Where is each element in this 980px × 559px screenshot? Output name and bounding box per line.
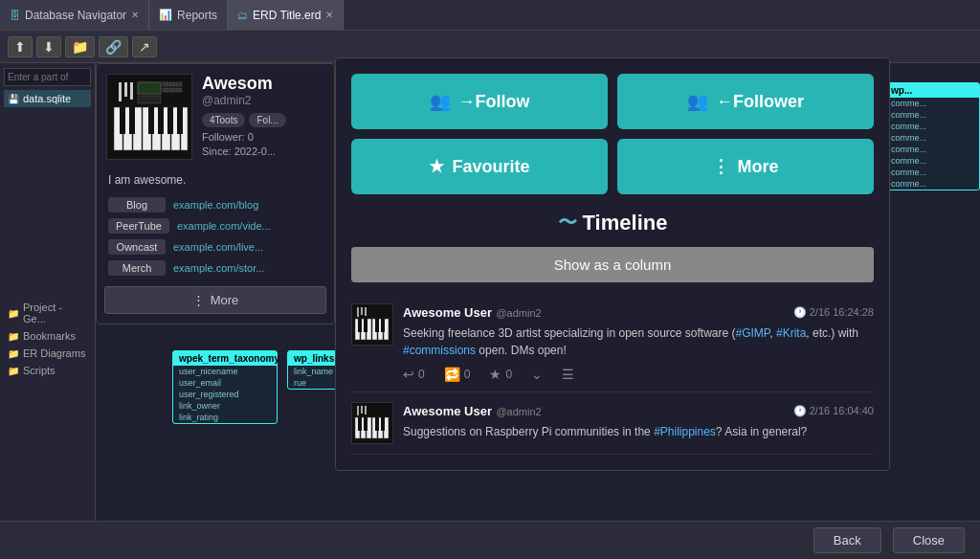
tweet-link-commissions[interactable]: #commissions: [403, 344, 476, 357]
tweet-actions-1: ↩ 0 🔁 0 ★ 0 ⌄ ☰: [403, 367, 874, 382]
tweet-item-2: Awesome User @admin2 🕐 2/16 16:04:40 Sug…: [351, 392, 874, 455]
tab-erd[interactable]: 🗂 ERD Title.erd ✕: [228, 0, 344, 30]
sidebar-item-project[interactable]: 📁 Project - Ge...: [4, 299, 91, 327]
svg-rect-38: [361, 307, 363, 315]
tweet-menu-action-1[interactable]: ☰: [562, 367, 574, 382]
tab-database-navigator[interactable]: 🗄 Database Navigator ✕: [0, 0, 149, 30]
show-column-button[interactable]: Show as a column: [351, 247, 874, 282]
svg-rect-3: [130, 82, 133, 100]
erd-table-row: comme...: [885, 109, 979, 121]
retweet-icon-1: 🔁: [444, 367, 460, 382]
svg-rect-7: [169, 82, 175, 86]
svg-rect-36: [381, 319, 385, 332]
tab-close-3[interactable]: ✕: [325, 10, 333, 20]
show-column-label: Show as a column: [554, 257, 672, 273]
star-icon: ★: [429, 156, 444, 177]
reply-count-1: 0: [418, 368, 425, 381]
toolbar-export-btn[interactable]: ↗: [132, 36, 157, 57]
avatar: [106, 74, 192, 160]
menu-icon-1: ☰: [562, 367, 574, 382]
reply-icon-1: ↩: [403, 367, 414, 382]
erd-table-header-term: wpek_term_taxonomy: [173, 351, 277, 366]
link-value-merch[interactable]: example.com/stor...: [173, 262, 264, 274]
sidebar-item-data-sqlite[interactable]: 💾 data.sqlite: [4, 90, 91, 107]
sidebar-label-er-diagrams: ER Diagrams: [23, 347, 85, 359]
sidebar-item-bookmarks[interactable]: 📁 Bookmarks: [4, 327, 91, 345]
erd-table-row: comme...: [885, 167, 979, 178]
timeline-header: 〜 Timeline: [351, 210, 874, 235]
profile-link-owncast: Owncast example.com/live...: [104, 236, 326, 257]
tweet-link-krita[interactable]: #Krita: [776, 326, 806, 340]
tweet-content-1: Awesome User @admin2 🕐 2/16 16:24:28 See…: [403, 303, 874, 382]
sidebar-item-scripts[interactable]: 📁 Scripts: [4, 362, 91, 379]
follower-button[interactable]: 👥 ←Follower: [617, 74, 874, 129]
profile-links: Blog example.com/blog PeerTube example.c…: [97, 194, 334, 279]
chevron-down-icon-1: ⌄: [531, 367, 543, 382]
retweet-count-1: 0: [464, 368, 471, 381]
close-label: Close: [913, 533, 945, 548]
svg-rect-8: [176, 82, 182, 86]
link-value-owncast[interactable]: example.com/live...: [173, 241, 263, 253]
link-value-peertube[interactable]: example.com/vide...: [177, 220, 271, 232]
tweet-link-gimp[interactable]: #GIMP: [736, 326, 770, 340]
svg-rect-52: [361, 406, 363, 414]
favourite-button[interactable]: ★ Favourite: [351, 139, 608, 194]
profile-header: Awesom @admin2 4Toots Fol... Follower: 0…: [97, 64, 334, 169]
piano-icon: [109, 77, 190, 158]
tab-reports[interactable]: 📊 Reports: [149, 0, 228, 30]
more-icon: ⋮: [192, 293, 205, 307]
back-button[interactable]: Back: [813, 527, 881, 553]
link-value-blog[interactable]: example.com/blog: [173, 199, 258, 211]
folder-icon-3: 📁: [8, 348, 19, 359]
toolbar-folder-btn[interactable]: 📁: [65, 36, 95, 57]
svg-rect-34: [364, 319, 368, 332]
tab-label-2: Reports: [177, 9, 217, 22]
profile-link-blog: Blog example.com/blog: [104, 194, 326, 215]
tweet-handle-1: @admin2: [496, 307, 541, 319]
profile-panel: Awesom @admin2 4Toots Fol... Follower: 0…: [96, 63, 335, 324]
tweet-retweet-action-1[interactable]: 🔁 0: [444, 367, 471, 382]
svg-rect-20: [120, 107, 125, 134]
reports-tab-icon: 📊: [159, 9, 172, 21]
erd-table-row: user_nicename: [173, 366, 277, 377]
search-input[interactable]: [4, 68, 91, 86]
sidebar-item-er-diagrams[interactable]: 📁 ER Diagrams: [4, 345, 91, 362]
tweet-avatar-icon-2: [353, 404, 391, 442]
erd-table-wp-comments: wp... comme... comme... comme... comme..…: [884, 82, 980, 190]
link-label-peertube: PeerTube: [108, 218, 169, 234]
erd-table-row: link_rating: [173, 412, 277, 423]
tab-close-1[interactable]: ✕: [131, 10, 139, 20]
tweet-more-action-1[interactable]: ⌄: [531, 367, 543, 382]
more-label: More: [211, 293, 239, 307]
svg-rect-21: [129, 107, 135, 134]
tweet-header-2: Awesome User @admin2 🕐 2/16 16:04:40: [403, 402, 874, 419]
toolbar-down-btn[interactable]: ⬇: [36, 36, 61, 57]
tweet-link-philippines[interactable]: #Philippines: [654, 425, 716, 438]
favourite-label: Favourite: [452, 157, 529, 177]
svg-rect-39: [365, 307, 367, 316]
erd-table-row: user_email: [173, 377, 277, 389]
tweet-text-1b: ,: [769, 326, 776, 340]
tweet-avatar-icon-1: [353, 305, 391, 344]
profile-more-button[interactable]: ⋮ More: [104, 286, 326, 314]
svg-rect-11: [176, 88, 182, 92]
svg-rect-25: [177, 107, 183, 134]
svg-rect-23: [158, 107, 164, 134]
more-action-button[interactable]: ⋮ More: [617, 139, 874, 194]
tweet-timestamp-1: 2/16 16:24:28: [810, 306, 874, 318]
svg-rect-6: [163, 82, 168, 86]
timeline-title: Timeline: [583, 211, 668, 235]
tweet-user-info-1: Awesome User @admin2: [403, 303, 542, 321]
follow-button[interactable]: 👥 →Follow: [351, 74, 608, 129]
svg-rect-4: [138, 82, 161, 94]
close-button[interactable]: Close: [893, 527, 965, 553]
like-icon-1: ★: [489, 367, 501, 382]
toolbar-up-btn[interactable]: ⬆: [8, 36, 33, 57]
tweet-like-action-1[interactable]: ★ 0: [489, 367, 512, 382]
tweet-reply-action-1[interactable]: ↩ 0: [403, 367, 425, 382]
erd-table-row: user_registered: [173, 389, 277, 400]
svg-rect-51: [357, 406, 359, 415]
toolbar-link-btn[interactable]: 🔗: [99, 36, 128, 57]
svg-rect-2: [124, 82, 127, 97]
follower-icon: 👥: [687, 91, 708, 112]
